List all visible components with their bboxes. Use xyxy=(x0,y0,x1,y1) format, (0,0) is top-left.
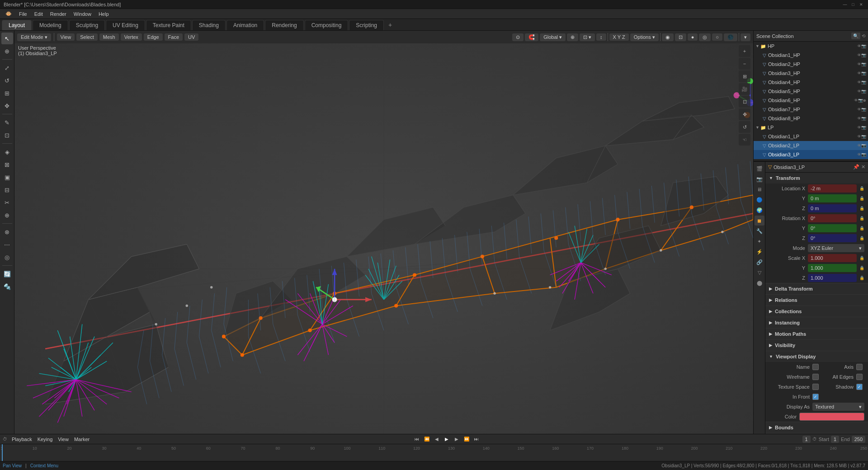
bounds-header[interactable]: ▶ Bounds xyxy=(765,422,868,433)
options-menu[interactable]: Options ▾ xyxy=(630,33,659,41)
menu-blender[interactable]: 🐵 xyxy=(2,10,15,18)
cursor-tool[interactable]: ⊕ xyxy=(1,45,13,57)
outliner-obs2lp[interactable]: ▽ Obsidian2_LP 👁 📷 xyxy=(754,141,868,150)
hp-vis-icon[interactable]: 👁 xyxy=(857,44,861,48)
scale-y-lock[interactable]: 🔒 xyxy=(859,266,864,270)
outliner-obs1hp[interactable]: ▽ Obsidian1_HP 👁 📷 xyxy=(754,51,868,60)
color-swatch[interactable] xyxy=(799,413,864,421)
obs7hp-render[interactable]: 📷 xyxy=(861,107,866,112)
spin-tool[interactable]: 🔄 xyxy=(1,268,13,280)
viewport-overlays[interactable]: ◉ xyxy=(662,33,674,41)
obj-pin-icon[interactable]: 📌 xyxy=(853,164,859,170)
play-btn[interactable]: ▶ xyxy=(442,435,451,443)
playback-menu[interactable]: Playback xyxy=(10,437,34,442)
menu-help[interactable]: Help xyxy=(95,10,113,18)
tab-add[interactable]: + xyxy=(385,19,396,30)
select-menu[interactable]: Select xyxy=(76,33,98,41)
tab-shading[interactable]: Shading xyxy=(192,20,226,30)
rotation-y-lock[interactable]: 🔒 xyxy=(859,226,864,230)
obs8hp-render[interactable]: 📷 xyxy=(861,116,866,121)
obj-close-icon[interactable]: ✕ xyxy=(861,164,865,170)
rotate-tool[interactable]: ↺ xyxy=(1,75,13,86)
lp-arrow[interactable]: ▼ xyxy=(755,125,760,130)
zoom-in-btn[interactable]: + xyxy=(739,45,750,57)
obs5hp-render[interactable]: 📷 xyxy=(861,89,866,94)
next-keyframe-btn[interactable]: ⏩ xyxy=(462,435,471,443)
context-menu-btn[interactable]: Context Menu xyxy=(30,463,58,468)
start-frame-field[interactable]: 1 xyxy=(831,436,839,443)
outliner-collection-hp[interactable]: ▼ 📁 HP 👁 📷 xyxy=(754,42,868,51)
vertex-normal-edit[interactable]: ↕ xyxy=(596,33,606,41)
pan-view-btn[interactable]: Pan View xyxy=(3,463,22,468)
rotation-z-lock[interactable]: 🔒 xyxy=(859,236,864,240)
delta-transform-header[interactable]: ▶ Delta Transform xyxy=(765,283,868,294)
shadow-checkbox[interactable]: ✓ xyxy=(856,384,863,390)
outliner-obs3lp[interactable]: ▽ Obsidian3_LP 👁 📷 xyxy=(754,150,868,159)
close-button[interactable]: ✕ xyxy=(858,1,864,8)
outliner-obs5hp[interactable]: ▽ Obsidian5_HP 👁 📷 xyxy=(754,87,868,96)
extrude-tool[interactable]: ◈ xyxy=(1,146,13,158)
jump-start-btn[interactable]: ⏮ xyxy=(412,435,421,443)
viewport-display-header[interactable]: ▼ Viewport Display xyxy=(765,351,868,362)
props-material-icon[interactable]: ⬤ xyxy=(755,278,764,288)
name-checkbox[interactable] xyxy=(812,364,819,370)
outliner-obs3hp[interactable]: ▽ Obsidian3_HP 👁 📷 xyxy=(754,69,868,78)
motion-paths-header[interactable]: ▶ Motion Paths xyxy=(765,329,868,339)
visibility-header[interactable]: ▶ Visibility xyxy=(765,340,868,351)
measure-tool[interactable]: ⊡ xyxy=(1,129,13,141)
props-physics-icon[interactable]: ⚡ xyxy=(755,247,764,257)
fps-icon[interactable]: ⏱ xyxy=(812,437,817,442)
axis-checkbox[interactable] xyxy=(856,364,863,370)
obs6hp-render[interactable]: 📷 xyxy=(858,98,863,103)
obs1hp-render[interactable]: 📷 xyxy=(861,53,866,57)
tab-uv-editing[interactable]: UV Editing xyxy=(106,20,145,30)
scale-y-value[interactable]: 1.000 xyxy=(808,264,857,272)
screw-tool[interactable]: 🔩 xyxy=(1,281,13,292)
numpad-btn[interactable]: ⊞ xyxy=(739,70,750,82)
instancing-header[interactable]: ▶ Instancing xyxy=(765,317,868,328)
select-tool[interactable]: ↖ xyxy=(1,33,13,44)
end-frame-field[interactable]: 250 xyxy=(852,436,865,443)
uv-menu[interactable]: UV xyxy=(184,33,198,41)
obs8hp-vis[interactable]: 👁 xyxy=(857,116,861,121)
obs1hp-vis[interactable]: 👁 xyxy=(857,53,861,57)
in-front-checkbox[interactable]: ✓ xyxy=(812,394,819,400)
obs2lp-vis[interactable]: 👁 xyxy=(857,143,861,148)
polypen-tool[interactable]: ⊕ xyxy=(1,209,13,221)
loop-cut-tool[interactable]: ⊟ xyxy=(1,184,13,196)
inset-tool[interactable]: ⊠ xyxy=(1,159,13,170)
tab-compositing[interactable]: Compositing xyxy=(305,20,349,30)
maximize-button[interactable]: □ xyxy=(850,1,856,8)
proportional-edit[interactable]: ⊙ xyxy=(512,33,524,41)
marker-menu[interactable]: Marker xyxy=(72,437,91,442)
move-tool[interactable]: ⤢ xyxy=(1,62,13,74)
outliner-obs2hp[interactable]: ▽ Obsidian2_HP 👁 📷 xyxy=(754,60,868,69)
obs2hp-vis[interactable]: 👁 xyxy=(857,62,861,66)
tab-rendering[interactable]: Rendering xyxy=(265,20,303,30)
shear-tool[interactable]: ⋯ xyxy=(1,239,13,250)
snap-settings[interactable]: ⊡ ▾ xyxy=(580,33,595,41)
obs1lp-render[interactable]: 📷 xyxy=(861,134,866,139)
tab-modeling[interactable]: Modeling xyxy=(33,20,68,30)
obs5hp-vis[interactable]: 👁 xyxy=(857,89,861,94)
menu-file[interactable]: File xyxy=(15,10,31,18)
outliner-collection-lp[interactable]: ▼ 📁 LP 👁 📷 xyxy=(754,123,868,132)
solid-mode[interactable]: ● xyxy=(688,33,698,41)
obs7hp-vis[interactable]: 👁 xyxy=(857,107,861,112)
collections-header[interactable]: ▶ Collections xyxy=(765,306,868,317)
obs4hp-vis[interactable]: 👁 xyxy=(857,80,861,85)
tl-icon[interactable]: ⏱ xyxy=(3,437,7,442)
transform-pivot[interactable]: ⊕ xyxy=(567,33,578,41)
knife-tool[interactable]: ✂ xyxy=(1,197,13,208)
obs1lp-vis[interactable]: 👁 xyxy=(857,134,861,139)
rotation-z-value[interactable]: 0° xyxy=(808,234,857,242)
obs3hp-render[interactable]: 📷 xyxy=(861,71,866,75)
props-data-icon[interactable]: ▽ xyxy=(755,268,764,277)
outliner-obs8hp[interactable]: ▽ Obsidian8_HP 👁 📷 xyxy=(754,114,868,123)
obs4hp-render[interactable]: 📷 xyxy=(861,80,866,85)
scale-x-lock[interactable]: 🔒 xyxy=(859,256,864,260)
location-z-value[interactable]: 0 m xyxy=(808,204,857,212)
vertex-menu[interactable]: Vertex xyxy=(121,33,142,41)
jump-end-btn[interactable]: ⏭ xyxy=(472,435,481,443)
scale-z-lock[interactable]: 🔒 xyxy=(859,276,864,280)
